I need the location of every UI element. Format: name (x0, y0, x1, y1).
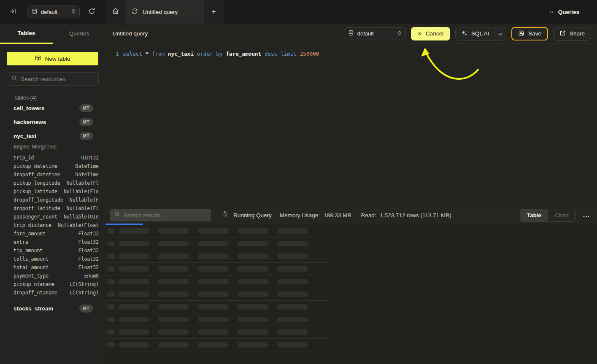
column-name: trip_distance (14, 221, 51, 229)
column-type: LC(String) (70, 289, 99, 297)
table-name: cell_towers (14, 105, 45, 111)
table-name: nyc_taxi (14, 133, 36, 139)
tab-label: Untitled query (143, 9, 178, 15)
column-type: Float32 (78, 255, 99, 263)
skeleton-cell (198, 279, 229, 284)
skeleton-cell (198, 266, 229, 272)
skeleton-cell (198, 253, 229, 259)
table-name: stocks_stream (14, 305, 54, 312)
refresh-databases-button[interactable] (88, 8, 95, 16)
ellipsis-icon (583, 211, 589, 219)
column-row: passenger_countNullable(UIn (7, 213, 99, 221)
sidebar: Tables Queries New table Tables (4) cell… (0, 24, 105, 364)
skeleton-cell (277, 266, 308, 272)
home-icon (112, 7, 119, 16)
skeleton-cell (277, 291, 308, 297)
table-list-item[interactable]: cell_towersMT (7, 101, 99, 115)
column-type: Nullable(Fl (67, 179, 99, 187)
column-type: UInt32 (81, 154, 99, 162)
column-type: Nullable(Float (58, 221, 99, 229)
tab-home[interactable] (105, 0, 125, 24)
sql-ai-dropdown-button[interactable] (494, 27, 506, 40)
search-results-input[interactable] (124, 212, 206, 218)
query-actions: default ✕ Cancel SQL AI (333, 27, 591, 40)
more-options-button[interactable] (583, 211, 589, 219)
sql-ai-button[interactable]: SQL AI (456, 27, 494, 40)
skeleton-cell (158, 317, 189, 322)
engine-badge: MT (79, 305, 93, 313)
column-row: payment_typeEnum8 (7, 272, 99, 280)
tables-section-label: Tables (4) (7, 95, 99, 101)
save-button[interactable]: Save (511, 27, 548, 40)
column-row: dropoff_datetimeDateTime (7, 170, 99, 179)
memory-usage-label: Memory Usage: (280, 212, 320, 218)
engine-badge: MT (79, 104, 93, 112)
table-list-item[interactable]: nyc_taxiMT (7, 129, 99, 143)
share-button[interactable]: Share (553, 27, 591, 40)
column-row: pickup_ntanameLC(String) (7, 280, 99, 289)
search-resources-input[interactable] (21, 76, 94, 82)
query-progress-fill (105, 224, 143, 225)
read-value: 1,523,712 rows (113.71 MB) (380, 212, 451, 218)
tab-strip: Untitled query + (105, 0, 224, 24)
table-list-item[interactable]: stocks_streamMT (7, 302, 99, 315)
column-name: dropoff_datetime (14, 170, 60, 179)
sql-ai-label: SQL AI (471, 30, 489, 37)
view-toggle: Table Chart (520, 209, 576, 222)
column-name: pickup_latitude (14, 187, 57, 196)
view-toggle-label: Table (527, 212, 541, 218)
sql-token-keyword: order (197, 51, 213, 57)
skeleton-cell (277, 228, 308, 234)
skeleton-cell (238, 304, 268, 310)
view-toggle-chart[interactable]: Chart (548, 209, 575, 221)
results-search (110, 209, 211, 221)
query-header: Untitled query default ✕ Cancel (105, 24, 597, 44)
table-list: cell_towersMThackernewsMTnyc_taxiMTEngin… (7, 101, 99, 315)
table-grid-icon (35, 55, 41, 62)
refresh-icon (88, 8, 95, 16)
sql-token-identifier: * (145, 51, 149, 57)
skeleton-cell (107, 329, 115, 335)
table-list-item[interactable]: hackernewsMT (7, 115, 99, 129)
collapse-sidebar-button[interactable] (9, 8, 16, 16)
skeleton-cell (119, 266, 149, 272)
topbar-database-value: default (41, 9, 57, 15)
sql-token-keyword: limit (281, 51, 297, 57)
column-name: pickup_longitude (14, 179, 60, 187)
new-tab-button[interactable]: + (204, 0, 224, 24)
sidebar-tab-queries[interactable]: Queries (53, 24, 105, 43)
sql-ai-button-group: SQL AI (455, 27, 506, 40)
results-skeleton (105, 225, 597, 364)
new-table-button[interactable]: New table (7, 52, 98, 65)
skeleton-row (105, 225, 330, 237)
skeleton-cell (238, 266, 268, 272)
queries-button[interactable]: Queries (549, 0, 597, 24)
save-disk-icon (518, 30, 524, 38)
column-name: trip_id (14, 154, 34, 162)
skeleton-cell (158, 228, 189, 234)
tab-untitled-query[interactable]: Untitled query (125, 0, 204, 24)
column-type: Nullable(F (70, 196, 99, 204)
sql-editor[interactable]: 1 select * from nyc_taxi order by fare_a… (105, 44, 597, 207)
cancel-query-button[interactable]: ✕ Cancel (411, 27, 450, 40)
sql-code: select * from nyc_taxi order by fare_amo… (119, 51, 319, 57)
skeleton-cell (198, 304, 229, 310)
query-progress-bar (105, 224, 597, 225)
skeleton-cell (119, 342, 149, 348)
view-toggle-table[interactable]: Table (520, 209, 548, 221)
skeleton-cell (107, 304, 115, 310)
sidebar-tab-label: Queries (69, 30, 89, 37)
sidebar-tab-tables[interactable]: Tables (0, 24, 53, 44)
column-name: dropoff_longitude (14, 196, 63, 204)
column-row: pickup_latitudeNullable(Flo (7, 187, 99, 196)
column-row: tolls_amountFloat32 (7, 255, 99, 263)
column-type: Float32 (78, 246, 99, 255)
column-name: payment_type (14, 272, 49, 280)
topbar-database-selector[interactable]: default (27, 5, 80, 18)
column-row: pickup_longitudeNullable(Fl (7, 179, 99, 187)
skeleton-row (105, 288, 330, 301)
new-table-label: New table (45, 56, 70, 62)
query-database-selector[interactable]: default (344, 27, 406, 40)
chevron-up-down-icon (397, 30, 402, 37)
skeleton-cell (277, 317, 308, 322)
